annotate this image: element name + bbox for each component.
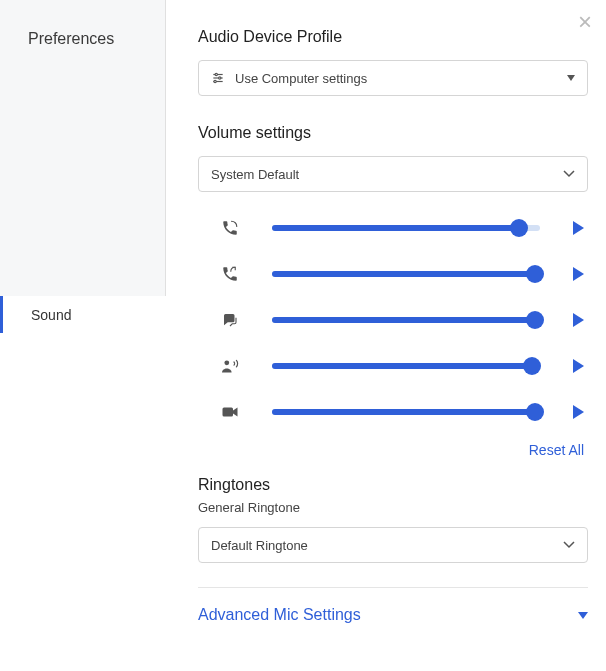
chevron-down-icon bbox=[563, 541, 575, 549]
play-icon[interactable] bbox=[568, 405, 588, 419]
volume-slider-row bbox=[198, 264, 588, 284]
main-panel: × Audio Device Profile Use Computer sett… bbox=[166, 0, 606, 671]
phone-return-icon bbox=[216, 265, 244, 283]
phone-ring-icon bbox=[216, 219, 244, 237]
volume-device-value: System Default bbox=[211, 167, 299, 182]
volume-slider[interactable] bbox=[272, 402, 540, 422]
advanced-mic-toggle[interactable]: Advanced Mic Settings bbox=[198, 606, 588, 644]
volume-title: Volume settings bbox=[198, 124, 588, 142]
volume-slider-row bbox=[198, 402, 588, 422]
advanced-mic-label: Advanced Mic Settings bbox=[198, 606, 361, 624]
close-icon[interactable]: × bbox=[578, 10, 592, 34]
sidebar: Preferences bbox=[0, 0, 166, 296]
caret-down-icon bbox=[567, 75, 575, 81]
svg-point-1 bbox=[215, 73, 217, 75]
audio-profile-select[interactable]: Use Computer settings bbox=[198, 60, 588, 96]
play-icon[interactable] bbox=[568, 313, 588, 327]
play-icon[interactable] bbox=[568, 267, 588, 281]
play-icon[interactable] bbox=[568, 359, 588, 373]
ringtones-title: Ringtones bbox=[198, 476, 588, 494]
volume-slider-row bbox=[198, 218, 588, 238]
audio-profile-title: Audio Device Profile bbox=[198, 28, 588, 46]
volume-slider-row bbox=[198, 356, 588, 376]
sliders-icon bbox=[211, 71, 225, 85]
svg-rect-7 bbox=[223, 408, 234, 417]
volume-slider[interactable] bbox=[272, 264, 540, 284]
sound-item-label: Sound bbox=[31, 307, 71, 323]
sidebar-title: Preferences bbox=[0, 0, 165, 48]
svg-point-6 bbox=[224, 360, 229, 365]
ringtone-select[interactable]: Default Ringtone bbox=[198, 527, 588, 563]
audio-profile-value: Use Computer settings bbox=[235, 71, 367, 86]
ringtone-value: Default Ringtone bbox=[211, 538, 308, 553]
svg-point-5 bbox=[214, 80, 216, 82]
volume-slider[interactable] bbox=[272, 356, 540, 376]
sidebar-item-sound[interactable]: Sound bbox=[0, 296, 166, 333]
volume-slider[interactable] bbox=[272, 218, 540, 238]
caret-down-icon bbox=[578, 612, 588, 619]
volume-slider-row bbox=[198, 310, 588, 330]
ringtones-subtitle: General Ringtone bbox=[198, 500, 588, 515]
svg-point-3 bbox=[219, 77, 221, 79]
volume-slider[interactable] bbox=[272, 310, 540, 330]
chat-icon bbox=[216, 311, 244, 329]
volume-device-select[interactable]: System Default bbox=[198, 156, 588, 192]
reset-all-link[interactable]: Reset All bbox=[198, 442, 588, 458]
chevron-down-icon bbox=[563, 170, 575, 178]
person-sound-icon bbox=[216, 358, 244, 374]
play-icon[interactable] bbox=[568, 221, 588, 235]
divider bbox=[198, 587, 588, 588]
video-icon bbox=[216, 405, 244, 419]
